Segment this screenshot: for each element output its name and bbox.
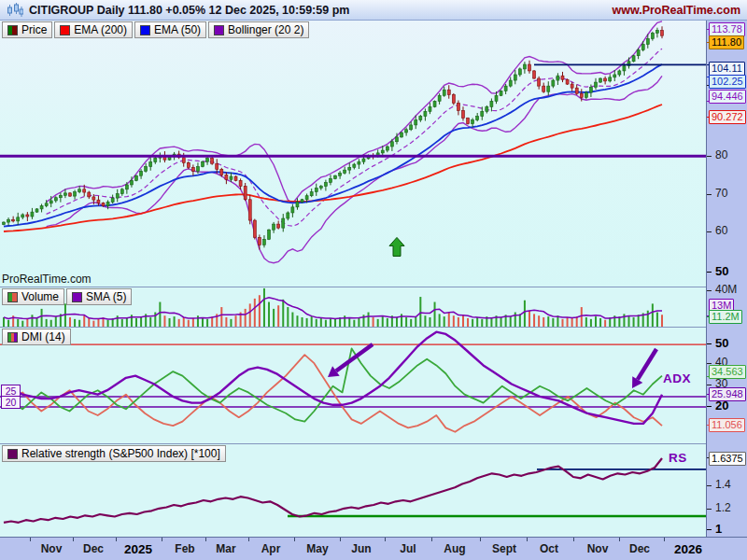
- candlestick[interactable]: [26, 215, 29, 217]
- candlestick[interactable]: [518, 69, 521, 75]
- candlestick[interactable]: [618, 71, 621, 75]
- candlestick[interactable]: [125, 185, 128, 189]
- candlestick[interactable]: [182, 158, 185, 163]
- legend-bollinger-chip[interactable]: Bollinger (20 2): [208, 21, 309, 38]
- candlestick[interactable]: [476, 117, 479, 120]
- dmi-panel[interactable]: DMI (14): [0, 327, 706, 443]
- candlestick[interactable]: [54, 198, 57, 201]
- candlestick[interactable]: [78, 189, 81, 192]
- candlestick[interactable]: [646, 38, 649, 44]
- candlestick[interactable]: [63, 193, 66, 195]
- candlestick[interactable]: [438, 95, 441, 101]
- candlestick[interactable]: [613, 75, 616, 77]
- candlestick[interactable]: [632, 56, 635, 62]
- candlestick[interactable]: [83, 189, 86, 192]
- candlestick[interactable]: [40, 206, 43, 209]
- candlestick[interactable]: [324, 183, 327, 187]
- candlestick[interactable]: [35, 209, 38, 212]
- candlestick[interactable]: [239, 180, 242, 186]
- legend-sma-chip[interactable]: SMA (5): [66, 288, 132, 305]
- price-chart-svg[interactable]: [0, 21, 706, 287]
- candlestick[interactable]: [429, 106, 431, 111]
- candlestick[interactable]: [585, 92, 587, 97]
- candlestick[interactable]: [319, 187, 322, 189]
- candlestick[interactable]: [514, 75, 516, 80]
- rs-line[interactable]: [4, 458, 662, 523]
- candlestick[interactable]: [3, 222, 6, 224]
- candlestick[interactable]: [348, 167, 351, 170]
- candlestick[interactable]: [116, 194, 119, 198]
- candlestick[interactable]: [154, 158, 157, 161]
- candlestick[interactable]: [457, 103, 459, 110]
- candlestick[interactable]: [206, 159, 209, 162]
- candlestick[interactable]: [637, 50, 640, 56]
- legend-volume-chip[interactable]: Volume: [2, 288, 64, 305]
- candlestick[interactable]: [461, 110, 464, 118]
- time-axis[interactable]: NovDec2025FebMarAprMayJunJulAugSeptOctNo…: [0, 537, 747, 560]
- relative-strength-panel[interactable]: Relative strength (S&P500 Index) [*100]: [0, 443, 706, 537]
- candlestick[interactable]: [509, 80, 512, 86]
- candlestick[interactable]: [244, 187, 247, 200]
- legend-ema50-chip[interactable]: EMA (50): [134, 21, 206, 38]
- candlestick[interactable]: [386, 147, 388, 150]
- candlestick[interactable]: [547, 86, 550, 91]
- candlestick[interactable]: [543, 86, 545, 91]
- candlestick[interactable]: [424, 111, 427, 116]
- bollinger-upper-line[interactable]: [47, 21, 662, 203]
- adx-text-annotation[interactable]: ADX: [663, 371, 691, 385]
- candlestick[interactable]: [273, 224, 275, 230]
- candlestick[interactable]: [589, 87, 592, 92]
- candlestick[interactable]: [140, 171, 143, 175]
- candlestick[interactable]: [230, 176, 233, 179]
- candlestick[interactable]: [443, 90, 445, 95]
- candlestick[interactable]: [486, 106, 488, 111]
- price-axis[interactable]: 113.78111.80100104.11102.2594.44690.2728…: [706, 21, 747, 537]
- candlestick[interactable]: [433, 101, 436, 106]
- candlestick[interactable]: [258, 237, 261, 245]
- candlestick[interactable]: [120, 189, 123, 194]
- candlestick[interactable]: [21, 215, 24, 217]
- candlestick[interactable]: [7, 219, 10, 222]
- candlestick[interactable]: [344, 170, 346, 173]
- candlestick[interactable]: [447, 90, 450, 94]
- candlestick[interactable]: [17, 217, 20, 221]
- legend-dmi-chip[interactable]: DMI (14): [2, 329, 71, 345]
- ema50-line[interactable]: [4, 64, 662, 227]
- candlestick[interactable]: [291, 207, 294, 213]
- candlestick[interactable]: [301, 200, 303, 203]
- candlestick[interactable]: [362, 159, 365, 161]
- candlestick[interactable]: [405, 130, 408, 133]
- candlestick[interactable]: [339, 173, 342, 175]
- candlestick[interactable]: [661, 31, 664, 36]
- price-panel[interactable]: PriceEMA (200)EMA (50)Bollinger (20 2) P…: [0, 21, 706, 287]
- candlestick[interactable]: [334, 175, 337, 178]
- candlestick[interactable]: [74, 192, 77, 196]
- candlestick[interactable]: [655, 31, 658, 34]
- prorealtime-website-link[interactable]: www.ProRealTime.com: [612, 4, 740, 17]
- candlestick[interactable]: [395, 137, 398, 142]
- legend-rs-chip[interactable]: Relative strength (S&P500 Index) [*100]: [2, 445, 226, 462]
- candlestick[interactable]: [533, 71, 536, 78]
- candlestick[interactable]: [452, 94, 455, 103]
- candlestick[interactable]: [220, 169, 223, 175]
- candlestick[interactable]: [599, 78, 602, 82]
- candlestick[interactable]: [381, 150, 384, 153]
- candlestick[interactable]: [135, 175, 138, 180]
- candlestick[interactable]: [69, 193, 72, 196]
- candlestick[interactable]: [149, 162, 152, 167]
- candlestick[interactable]: [315, 189, 317, 192]
- candlestick[interactable]: [305, 196, 308, 200]
- candlestick[interactable]: [130, 180, 133, 184]
- candlestick[interactable]: [504, 86, 507, 91]
- candlestick[interactable]: [481, 111, 484, 116]
- candlestick[interactable]: [12, 219, 15, 221]
- candlestick[interactable]: [59, 195, 62, 197]
- candlestick[interactable]: [390, 142, 393, 147]
- candlestick[interactable]: [106, 203, 109, 206]
- candlestick[interactable]: [594, 82, 597, 87]
- candlestick[interactable]: [538, 78, 541, 86]
- candlestick[interactable]: [609, 77, 612, 81]
- bollinger-mid-line[interactable]: [47, 49, 662, 226]
- candlestick[interactable]: [45, 203, 48, 206]
- candlestick[interactable]: [248, 200, 251, 220]
